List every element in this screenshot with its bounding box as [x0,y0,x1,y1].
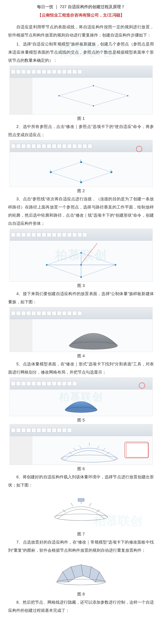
svg-point-18 [80,252,82,254]
page-byline: 【云南恒业工程造价咨询有限公司，文/王冯聪】 [8,12,154,18]
figure-6-caption: 图 6 [8,466,154,472]
svg-line-34 [89,503,91,506]
figure-3-caption: 图 3 [8,283,154,288]
screenshot-left-panel [10,436,32,465]
step-2: 2、选中所有参照点，点击“修改｜参照点”选项卡下的“使自适应”命令，将参照点变成… [8,122,154,139]
step-4: 4、接下来我们要创建自适应构件的放置表面，选择“公制体量”族样板新建体量族，如下… [8,290,154,306]
svg-marker-0 [59,86,127,106]
svg-rect-36 [78,498,84,501]
svg-marker-5 [51,162,111,182]
svg-text:1: 1 [50,169,51,172]
intro-paragraph: 自适应是利用带节点的表面或线，将自适应构件按照一定的规则进行放置，软件根据节点和… [8,23,154,39]
svg-point-1 [58,95,59,96]
highlight-circle [139,382,145,389]
screenshot-canvas [32,319,152,352]
figure-7: 柏慕联创 图 7 [8,490,154,537]
svg-point-9 [80,181,82,183]
svg-point-23 [69,342,117,350]
figure-7-caption: 图 7 [8,531,154,537]
svg-line-22 [81,243,97,264]
figure-1: 图 1 [8,66,154,121]
screenshot-left-panel [10,319,32,352]
svg-text:3: 3 [110,169,111,172]
screenshot-canvas [10,241,152,282]
figure-4: 图 4 [8,307,154,359]
highlight-box [125,442,148,458]
svg-text:4: 4 [80,179,81,182]
page-title: 每日一技 ｜ 727 自适应构件的创建过程及原理？ [8,4,154,10]
screenshot-canvas [32,78,152,114]
screenshot-ribbon [10,66,152,78]
svg-text:2: 2 [80,159,81,161]
figure-5-caption: 图 5 [8,418,154,423]
article-page: 柏慕联创 每日一技 ｜ 727 自适应构件的创建过程及原理？ 【云南恒业工程造价… [0,0,162,624]
svg-line-31 [63,510,66,512]
svg-line-35 [97,510,100,512]
svg-point-17 [46,264,47,266]
screenshot-ribbon [10,307,152,319]
svg-line-28 [97,446,99,448]
svg-point-2 [93,85,94,86]
figure-4-caption: 图 4 [8,353,154,359]
figure-2-caption: 图 2 [8,188,154,194]
svg-line-32 [71,503,73,506]
svg-point-3 [127,95,128,96]
figure-2: 1 2 3 4 图 2 [8,140,154,194]
figure-6: 图 6 [8,424,154,472]
step-1: 1、选择“自适应公制常规模型”族样板新建族，创建几个参照点（参照点是用来适应体量… [8,40,154,64]
svg-point-25 [61,455,117,462]
figure-8-svg [10,556,153,590]
svg-point-6 [50,171,52,173]
step-5: 5、点选体量模型表面，在“修改｜形式”选项卡下找到“分割表面”工具，对表面进行网… [8,360,154,376]
step-8: 8、然后把节点、网格线进行隐藏，还可以添加参数进行控制，这样一个自适应构件的创建… [8,598,154,614]
svg-point-8 [110,171,112,173]
svg-point-19 [115,264,116,266]
svg-point-7 [80,161,82,163]
screenshot-ribbon [10,378,152,390]
screenshot-left-panel [10,78,32,114]
screenshot-ribbon [10,424,152,436]
svg-point-20 [80,276,82,278]
svg-point-21 [80,264,82,266]
highlight-circle [136,146,142,152]
svg-line-27 [79,446,82,448]
step-6: 6、将创建好的自适应构件载入到该体量环境中，选择节点进行放置创建出形状；如下图： [8,473,154,489]
step-7: 7、点选放置好的自适应构件，在“修改｜常规模型”选项卡下的修改面板中找到“重复”… [8,538,154,554]
figure-3: 柏慕联创 图 3 [8,229,154,288]
figure-1-caption: 图 1 [8,116,154,121]
figure-8: 图 8 [8,556,154,597]
screenshot-canvas [10,390,152,416]
step-3: 3、点击“参照线”依次将自适应点进行连接，（连接的目的是为了创建一条放样路径）在… [8,195,154,228]
screenshot-ribbon [10,229,152,241]
figure-7-svg [10,490,153,525]
figure-8-caption: 图 8 [8,592,154,597]
figure-5: 柏慕联创 图 5 [8,378,154,423]
svg-point-4 [93,105,94,106]
screenshot-ribbon [10,140,152,152]
screenshot-canvas: 1 2 3 4 [10,152,152,187]
svg-point-30 [55,514,108,520]
svg-point-24 [65,408,97,413]
